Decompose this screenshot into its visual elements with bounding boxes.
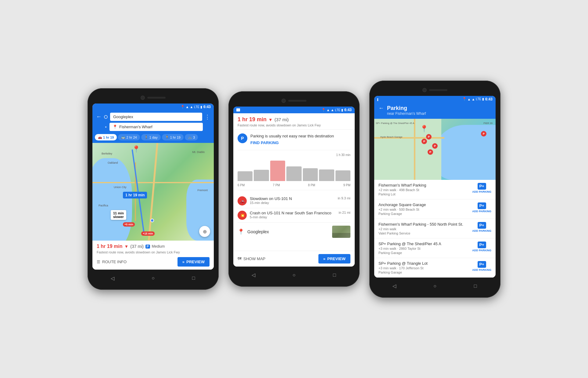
route-info-label: ROUTE INFO — [102, 260, 127, 264]
camera-lens-3 — [422, 88, 427, 92]
map-view[interactable]: Berkeley Oakland Pacifica Fremont Palo A… — [92, 143, 214, 241]
add-parking-btn-5[interactable]: P+ ADD PARKING — [472, 261, 491, 271]
list-icon: ☰ — [97, 260, 100, 264]
add-parking-btn-2[interactable]: P+ ADD PARKING — [472, 202, 491, 213]
parking-detail-1b: Parking Lot — [378, 192, 469, 196]
origin-input[interactable]: Googleplex — [110, 113, 202, 121]
more-options-icon[interactable]: ⋮ — [205, 114, 210, 120]
add-parking-label-4: ADD PARKING — [472, 249, 491, 252]
parking-detail-3a: +2 min walk — [378, 227, 469, 231]
route-info-button[interactable]: ☰ ROUTE INFO — [97, 260, 127, 264]
map-icon: 🗺 — [238, 256, 242, 261]
parking-item-1: Fisherman's Wharf Parking +2 min walk · … — [374, 180, 496, 199]
tab-bus[interactable]: 🚌 2 hr 24 — [118, 134, 140, 140]
tab-car[interactable]: 🚗 1 hr 19 — [95, 134, 117, 140]
locate-button[interactable]: ⊕ — [199, 226, 210, 237]
add-parking-label-5: ADD PARKING — [472, 268, 491, 271]
home-nav-button-3[interactable]: ○ — [431, 282, 439, 290]
back-arrow-icon[interactable]: ← — [96, 114, 102, 120]
phone-3-bottom: ◁ ○ □ — [374, 278, 496, 293]
time-bubble: 1 hr 19 min — [123, 192, 147, 198]
car-icon: 🚗 — [98, 135, 102, 139]
walk-time: 1 day — [149, 136, 158, 139]
parking-detail-5b: Parking Garage — [378, 271, 469, 274]
destination-input[interactable]: 📍 Fisherman's Wharf — [109, 123, 203, 131]
bike-icon: 🚲 — [188, 135, 192, 139]
parking-detail-4b: Parking Garage — [378, 251, 469, 255]
home-nav-button-2[interactable]: ○ — [290, 271, 298, 279]
parking-notice-text: Parking is usually not easy near this de… — [250, 133, 334, 139]
chart-bar-2 — [254, 170, 269, 181]
add-parking-btn-1[interactable]: P+ ADD PARKING — [472, 183, 491, 193]
p3-page-subtitle: near Fisherman's Wharf — [387, 111, 426, 116]
phone-1-screen: 📍 ▲ ▲ LTE ▮ 6:43 ← Googleplex ⋮ ← — [92, 104, 214, 270]
incident-2-title: Crash on US-101 N near South San Francis… — [250, 211, 335, 215]
signal-icon-3: ▲ — [468, 97, 471, 101]
p2-route-time: 1 hr 19 min — [238, 116, 267, 123]
hyde-beach-label: Hyde Beach Garage — [380, 136, 403, 138]
p2-route-subtitle: Fastest route now, avoids slowdown on Ja… — [238, 123, 350, 127]
chrome-icon: ▫ — [236, 108, 240, 111]
back-nav-button-3[interactable]: ◁ — [390, 282, 399, 290]
parking-detail-5a: +3 min walk · 170 Jefferson St — [378, 266, 469, 270]
dest-main-pin: 📍 — [420, 125, 428, 133]
tab-walk[interactable]: 🚶 1 day — [141, 134, 161, 140]
run-icon: 🏃 — [165, 135, 169, 139]
map-label-fremont: Fremont — [197, 189, 208, 192]
parking-name-1: Fisherman's Wharf Parking — [378, 183, 469, 187]
parking-item-2: Anchorage Square Garage +2 min walk · 50… — [374, 199, 496, 219]
parking-item-3: Fishermen's Wharf Parking - 550 North Po… — [374, 219, 496, 238]
delay-badge-1: +5 min — [123, 222, 135, 227]
chart-bar-6 — [319, 169, 334, 181]
back-arrow-icon-3[interactable]: ← — [378, 105, 384, 111]
p-plus-icon-3: P+ — [478, 222, 486, 229]
wifi-icon-2: ▲ — [331, 108, 334, 112]
add-parking-btn-4[interactable]: P+ ADD PARKING — [472, 242, 491, 252]
chevron-right-icon: » — [182, 260, 185, 264]
phone-1: 📍 ▲ ▲ LTE ▮ 6:43 ← Googleplex ⋮ ← — [88, 88, 219, 290]
battery-icon-3: ▮ — [482, 97, 484, 101]
p-plus-icon-1: P+ — [478, 183, 486, 190]
tab-run[interactable]: 🏃 1 hr 19 — [162, 134, 184, 140]
location-icon: 📍 — [181, 105, 185, 109]
chart-time-labels: 6 PM 7 PM 8 PM 9 PM — [238, 184, 350, 187]
spacer2: ⋮ — [205, 124, 210, 130]
road-horizontal — [92, 182, 214, 183]
status-time-3: 6:43 — [485, 97, 493, 101]
p-plus-icon-5: P+ — [478, 261, 486, 268]
map-parking-pin-1: P — [426, 134, 432, 140]
recent-nav-button[interactable]: □ — [189, 274, 198, 282]
add-parking-btn-3[interactable]: P+ ADD PARKING — [472, 222, 491, 232]
road-main — [148, 143, 158, 240]
speaker — [147, 97, 166, 99]
destination-row: ← 📍 Fisherman's Wharf ⋮ — [96, 123, 210, 131]
battery-icon: ▮ — [200, 105, 202, 109]
recent-nav-button-3[interactable]: □ — [471, 282, 480, 290]
p-plus-icon-4: P+ — [478, 242, 486, 248]
incident-1-distance: in 9.3 mi — [338, 196, 350, 200]
bay-water — [435, 125, 496, 180]
tab-bike[interactable]: 🚲 3 — [185, 134, 198, 140]
back-nav-button[interactable]: ◁ — [108, 274, 117, 282]
p1-footer: 1 hr 19 min ▼ (37 mi) P Medium Fastest r… — [92, 241, 214, 270]
home-nav-button[interactable]: ○ — [149, 274, 157, 282]
phone-3-screen: ▫ 📍 ▲ ▲ LTE ▮ 6:43 ← Parking near Fisher… — [374, 96, 496, 278]
chart-time-9pm: 9 PM — [343, 184, 350, 187]
find-parking-link[interactable]: FIND PARKING — [250, 140, 334, 145]
show-map-button[interactable]: 🗺 SHOW MAP — [238, 256, 265, 261]
destination-row-p2: 📍 Googleplex — [238, 223, 350, 241]
p3-map-view[interactable]: P P P P P 📍 PIER 39 Hyde Beach Garage SP… — [374, 119, 496, 180]
incident-1-subtitle: 15-min delay — [250, 201, 335, 205]
p-plus-icon-2: P+ — [478, 202, 486, 209]
phone-3: ▫ 📍 ▲ ▲ LTE ▮ 6:43 ← Parking near Fisher… — [369, 81, 500, 298]
incident-2: 💥 Crash on US-101 N near South San Franc… — [238, 208, 350, 223]
chart-time-6pm: 6 PM — [238, 184, 245, 187]
preview-button-2[interactable]: » PREVIEW — [318, 254, 350, 264]
preview-button-1[interactable]: » PREVIEW — [177, 257, 210, 267]
route-distance-1: (37 mi) — [130, 244, 144, 249]
recent-nav-button-2[interactable]: □ — [330, 271, 339, 279]
parking-detail-1a: +2 min walk · 498 Beach St — [378, 188, 469, 192]
p2-footer: 🗺 SHOW MAP » PREVIEW — [233, 251, 355, 267]
lte-icon-3: LTE — [476, 97, 481, 101]
back-nav-button-2[interactable]: ◁ — [249, 271, 258, 279]
